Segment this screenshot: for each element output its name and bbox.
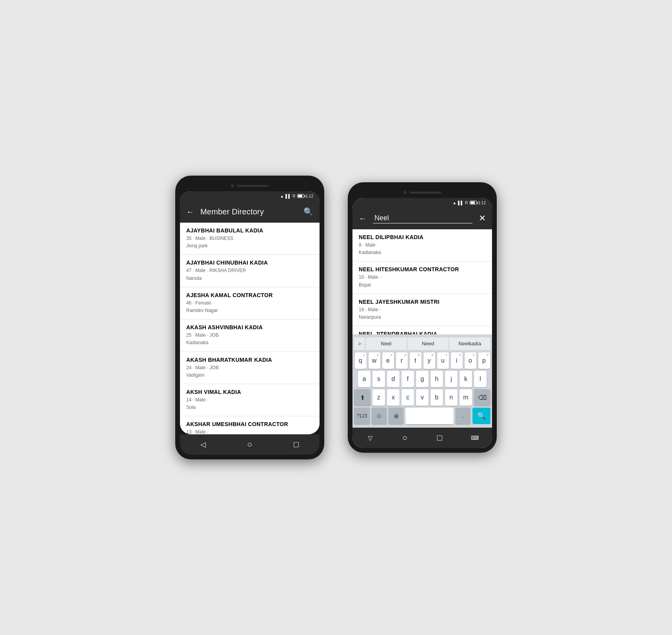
key-p[interactable]: 0p xyxy=(478,352,490,369)
key-globe[interactable]: ⊕ xyxy=(389,408,403,424)
keyboard-row-3: ⬆ z x c v b n m ⌫ xyxy=(354,389,490,406)
key-k[interactable]: k xyxy=(460,371,472,387)
member-details: 46 · Female ·Ramdev Nagar xyxy=(186,299,313,314)
member-list-1: AJAYBHAI BABULAL KADIA 35 · Male · BUSIN… xyxy=(180,223,320,434)
member-name: AKASH BHARATKUMAR KADIA xyxy=(186,357,313,363)
list-item[interactable]: NEEL JAYESHKUMAR MISTRI 19 · Male ·Naran… xyxy=(352,294,492,326)
phone-1-screen: ▲ ▌▌ R 1:12 ← Member Directory 🔍 AJAYBHA… xyxy=(180,191,320,434)
nav-bar-2: ▽ ○ □ ⌨ xyxy=(352,428,492,448)
key-e[interactable]: 3e xyxy=(382,352,394,369)
key-shift[interactable]: ⬆ xyxy=(354,389,371,406)
camera-dot-2 xyxy=(403,191,407,194)
key-o[interactable]: 9o xyxy=(465,352,476,369)
member-name: AJAYBHAI CHINUBHAI KADIA xyxy=(186,259,313,266)
member-details: 47 · Male · RIKSHA DRIVERNaroda xyxy=(186,267,313,282)
r-badge: R xyxy=(292,194,295,198)
member-name: AKSHAR UMESHBHAI CONTRACTOR xyxy=(186,421,313,427)
speaker-bar xyxy=(237,185,269,187)
list-item[interactable]: AJESHA KAMAL CONTRACTOR 46 · Female ·Ram… xyxy=(180,287,320,319)
signal-icon: ▌▌ xyxy=(285,194,291,198)
list-item[interactable]: NEEL DILIPBHAI KADIA 9 · Male ·Kadianaka xyxy=(352,229,492,261)
speaker-bar-2 xyxy=(410,192,441,194)
key-h[interactable]: h xyxy=(430,371,443,387)
key-n[interactable]: n xyxy=(445,389,458,406)
list-item[interactable]: AKSHAR UMESHBHAI CONTRACTOR 13 · Male ·N… xyxy=(180,416,320,434)
key-y[interactable]: 6y xyxy=(423,352,435,369)
autocomplete-bar: > Neel Need Neelkadia xyxy=(354,337,490,350)
autocomplete-item-0[interactable]: Neel xyxy=(365,337,407,350)
nav-home-1[interactable] xyxy=(244,440,256,449)
wifi-icon: ▲ xyxy=(280,194,284,198)
autocomplete-item-2[interactable]: Neelkadia xyxy=(449,337,490,350)
list-item[interactable]: AKASH BHARATKUMAR KADIA 24 · Male · JOBV… xyxy=(180,352,320,384)
autocomplete-expand[interactable]: > xyxy=(354,337,365,350)
phones-container: ▲ ▌▌ R 1:12 ← Member Directory 🔍 AJAYBHA… xyxy=(175,176,497,459)
list-item[interactable]: AKASH ASHVINBHAI KADIA 25 · Male · JOBKa… xyxy=(180,319,320,352)
member-details: 24 · Male · JOBVadigam xyxy=(186,364,313,379)
phone-1: ▲ ▌▌ R 1:12 ← Member Directory 🔍 AJAYBHA… xyxy=(175,176,324,459)
r-badge-2: R xyxy=(465,201,468,205)
list-item[interactable]: AJAYBHAI CHINUBHAI KADIA 47 · Male · RIK… xyxy=(180,255,320,287)
key-g[interactable]: g xyxy=(416,371,429,387)
search-input[interactable] xyxy=(373,213,472,223)
back-button-2[interactable]: ← xyxy=(359,214,367,223)
key-period[interactable]: . xyxy=(456,408,470,424)
close-button-2[interactable]: ✕ xyxy=(479,213,486,223)
key-s[interactable]: s xyxy=(372,371,385,387)
list-item[interactable]: AJAYBHAI BABULAL KADIA 35 · Male · BUSIN… xyxy=(180,223,320,255)
list-item[interactable]: AKSH VIMAL KADIA 14 · Male ·Sola xyxy=(180,384,320,416)
key-space[interactable] xyxy=(405,408,454,424)
member-details: 19 · Male ·Naranpura xyxy=(359,306,486,321)
nav-keyboard-2[interactable]: ⌨ xyxy=(469,433,481,443)
nav-back-2[interactable]: ▽ xyxy=(364,433,376,443)
member-name: NEEL JITENDRABHAI KADIA xyxy=(359,331,486,334)
key-num-switch[interactable]: ?123 xyxy=(354,408,370,424)
key-z[interactable]: z xyxy=(372,389,385,406)
key-f[interactable]: f xyxy=(401,371,414,387)
search-button-1[interactable]: 🔍 xyxy=(303,207,313,216)
key-w[interactable]: 2w xyxy=(369,352,380,369)
key-a[interactable]: a xyxy=(358,371,371,387)
key-backspace[interactable]: ⌫ xyxy=(474,389,490,406)
list-item[interactable]: NEEL JITENDRABHAI KADIA 21 · Male ·Raipu… xyxy=(352,326,492,334)
key-v[interactable]: v xyxy=(416,389,429,406)
key-q[interactable]: 1q xyxy=(355,352,367,369)
key-d[interactable]: d xyxy=(387,371,400,387)
key-c[interactable]: c xyxy=(401,389,414,406)
member-details: 14 · Male ·Sola xyxy=(186,396,313,411)
page-title-1: Member Directory xyxy=(200,207,297,216)
app-header-2: ← ✕ xyxy=(352,207,492,229)
battery-icon xyxy=(297,194,304,198)
key-i[interactable]: 8i xyxy=(451,352,463,369)
key-r[interactable]: 4r xyxy=(396,352,408,369)
key-search[interactable]: 🔍 xyxy=(472,408,490,424)
phone-1-top-bar xyxy=(180,180,320,191)
phone-2-screen: ▲ ▌▌ R 1:12 ← ✕ NEEL DILIPBHAI KADIA 9 ·… xyxy=(352,198,492,448)
key-j[interactable]: j xyxy=(445,371,458,387)
key-u[interactable]: 7u xyxy=(437,352,449,369)
member-name: NEEL JAYESHKUMAR MISTRI xyxy=(359,299,486,305)
nav-recents-1[interactable] xyxy=(291,440,302,449)
nav-back-1[interactable] xyxy=(197,440,209,449)
status-time-1: 1:12 xyxy=(306,194,313,198)
member-name: AKASH ASHVINBHAI KADIA xyxy=(186,324,313,330)
status-icons-1: ▲ ▌▌ R 1:12 xyxy=(280,194,313,198)
list-item[interactable]: NEEL HITESHKUMAR CONTRACTOR 10 · Male ·B… xyxy=(352,261,492,294)
nav-bar-1 xyxy=(180,434,320,455)
key-b[interactable]: b xyxy=(430,389,443,406)
battery-icon-2 xyxy=(470,201,477,205)
member-details: 13 · Male ·Naranpura xyxy=(186,428,313,434)
nav-home-2[interactable]: ○ xyxy=(399,433,411,443)
autocomplete-item-1[interactable]: Need xyxy=(407,337,449,350)
key-emoji[interactable]: ☺ xyxy=(372,408,387,424)
key-l[interactable]: l xyxy=(474,371,487,387)
member-name: NEEL DILIPBHAI KADIA xyxy=(359,234,486,240)
key-m[interactable]: m xyxy=(460,389,472,406)
camera-dot xyxy=(231,184,234,187)
nav-recents-2[interactable]: □ xyxy=(434,433,446,443)
keyboard-row-4: ?123 ☺ ⊕ . 🔍 xyxy=(354,408,490,424)
key-t[interactable]: 5t xyxy=(410,352,421,369)
status-bar-2: ▲ ▌▌ R 1:12 xyxy=(352,198,492,207)
back-button-1[interactable]: ← xyxy=(186,207,194,216)
key-x[interactable]: x xyxy=(387,389,400,406)
